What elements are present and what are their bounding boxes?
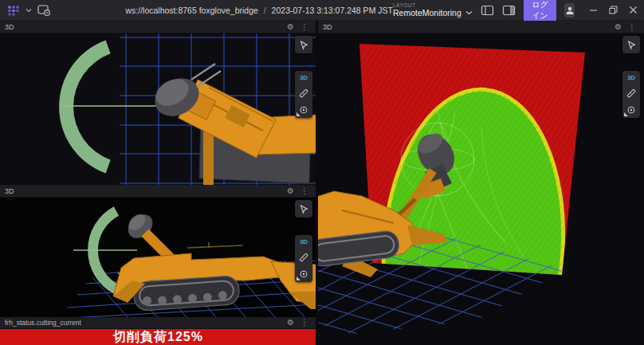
connection-status: ws://localhost:8765 foxglove_bridge / 20… <box>125 6 392 15</box>
3d-viewport-top[interactable] <box>0 33 316 185</box>
panel-more-icon[interactable]: ⋮ <box>297 319 312 327</box>
app-window: ws://localhost:8765 foxglove_bridge / 20… <box>0 0 644 345</box>
cursor-icon <box>626 40 637 50</box>
toolbar-expand-handle[interactable] <box>296 112 300 116</box>
panel-settings-gear-icon[interactable]: ⚙ <box>284 23 297 31</box>
data-source-name: ws://localhost:8765 foxglove_bridge <box>125 6 257 15</box>
minimize-button[interactable] <box>589 2 598 18</box>
panel-header: 3D ⚙ ⋮ <box>0 21 316 33</box>
select-tool-button[interactable] <box>295 200 312 218</box>
camera-tool-group: 3D <box>295 235 312 282</box>
measure-ruler-icon[interactable] <box>626 88 636 98</box>
data-source-icon <box>37 4 51 17</box>
cursor-icon <box>299 40 309 50</box>
close-icon <box>629 6 638 14</box>
panel-settings-gear-icon[interactable]: ⚙ <box>284 319 297 327</box>
chevron-down-icon <box>465 10 473 15</box>
panel-settings-gear-icon[interactable]: ⚙ <box>611 23 625 31</box>
restore-icon <box>609 6 618 14</box>
panel-header: frh_status.cutting_current ⚙ ⋮ <box>0 317 316 329</box>
profile-button[interactable] <box>564 3 575 18</box>
layout-name: RemoteMonitoring <box>393 9 461 18</box>
data-source-button[interactable] <box>37 2 51 18</box>
app-bar: ws://localhost:8765 foxglove_bridge / 20… <box>0 0 644 21</box>
panel-title: 3D <box>5 187 14 195</box>
panel-cutting-load-indicator: frh_status.cutting_current ⚙ ⋮ 切削負荷125% <box>0 317 316 345</box>
panel-3d-perspective: 3D ⚙ ⋮ <box>318 21 644 345</box>
playback-timestamp: 2023-07-13 3:13:07.248 PM JST <box>272 6 393 15</box>
panel-3d-top-view: 3D ⚙ ⋮ <box>0 21 316 185</box>
close-button[interactable] <box>629 2 638 18</box>
app-menu-chevron[interactable] <box>26 2 32 18</box>
3d-viewport-side[interactable] <box>0 198 316 317</box>
user-icon <box>565 6 575 15</box>
measure-ruler-icon[interactable] <box>299 253 308 262</box>
source-time-separator: / <box>264 6 266 15</box>
chevron-down-icon <box>26 8 32 13</box>
panel-settings-gear-icon[interactable]: ⚙ <box>284 187 297 195</box>
panel-more-icon[interactable]: ⋮ <box>297 187 312 195</box>
camera-tool-group: 3D <box>295 71 312 118</box>
camera-3d-toggle[interactable]: 3D <box>627 74 635 81</box>
minimize-icon <box>589 6 598 14</box>
panel-more-icon[interactable]: ⋮ <box>297 23 312 31</box>
left-sidebar-icon <box>481 5 494 16</box>
cursor-icon <box>299 204 309 214</box>
panel-title: frh_status.cutting_current <box>5 319 81 327</box>
foxglove-logo[interactable] <box>6 2 21 18</box>
panel-header: 3D ⚙ ⋮ <box>0 185 316 198</box>
camera-3d-toggle[interactable]: 3D <box>300 74 308 81</box>
select-tool-button[interactable] <box>295 36 312 53</box>
robot-top-view <box>148 64 316 185</box>
cutting-load-banner: 切削負荷125% <box>0 329 316 345</box>
panel-title: 3D <box>323 23 332 31</box>
toolbar-expand-handle[interactable] <box>624 112 628 116</box>
panel-title: 3D <box>5 23 14 31</box>
restore-button[interactable] <box>609 2 618 18</box>
cutting-load-value: 切削負荷125% <box>113 329 203 345</box>
layout-dropdown[interactable]: LAYOUT RemoteMonitoring <box>393 3 473 17</box>
3d-viewport-perspective[interactable] <box>318 33 644 345</box>
camera-tool-group: 3D <box>622 71 640 118</box>
coverage-arc <box>59 40 111 173</box>
foxglove-logo-icon <box>6 4 21 17</box>
right-sidebar-icon <box>502 5 516 16</box>
camera-3d-toggle[interactable]: 3D <box>300 238 308 245</box>
select-tool-button[interactable] <box>622 36 640 53</box>
toolbar-expand-handle[interactable] <box>296 276 300 280</box>
left-sidebar-toggle[interactable] <box>481 2 494 18</box>
measure-ruler-icon[interactable] <box>299 88 308 98</box>
right-sidebar-toggle[interactable] <box>502 2 516 18</box>
panel-more-icon[interactable]: ⋮ <box>625 23 639 31</box>
panel-header: 3D ⚙ ⋮ <box>318 21 644 33</box>
panel-3d-side-view: 3D ⚙ ⋮ <box>0 185 316 317</box>
